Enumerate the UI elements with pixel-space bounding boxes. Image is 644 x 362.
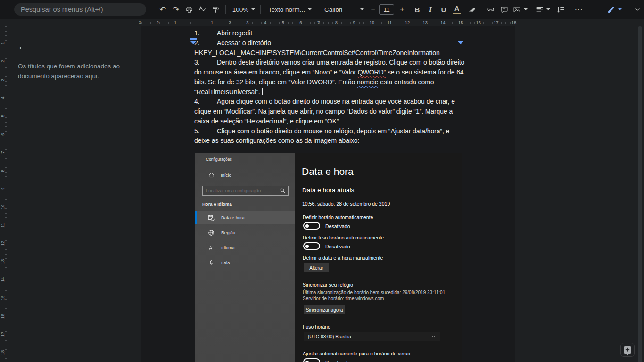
ruler-number: 2 <box>0 58 5 65</box>
list-number: 5. <box>194 126 217 136</box>
undo-icon[interactable]: ↶ <box>157 3 169 16</box>
doc-text-segment: Acessar o diretório <box>217 39 271 47</box>
ruler-number: 2 <box>157 20 159 25</box>
collapse-toolbar-icon[interactable] <box>632 3 643 16</box>
ruler-number: 16 <box>476 20 481 25</box>
doc-line: clique em “Modificar”. Na janela que abr… <box>194 107 464 116</box>
increase-font-size-button[interactable]: + <box>396 3 408 16</box>
settings-section-label: Hora e Idioma <box>202 201 232 206</box>
settings-nav-idioma[interactable]: Idioma <box>195 241 295 254</box>
ruler-number: 9 <box>0 185 5 192</box>
italic-button[interactable]: I <box>424 3 437 16</box>
spellcheck-icon[interactable] <box>196 3 208 16</box>
set-time-auto-toggle[interactable] <box>303 222 320 230</box>
style-value: Texto norm... <box>268 6 305 13</box>
chevron-down-icon <box>360 8 364 10</box>
selected-accent-bar <box>195 211 197 224</box>
vertical-ruler[interactable]: 123456789101112131415161718 <box>0 26 7 362</box>
doc-line: 4.Agora clique com o botão direito do mo… <box>194 97 464 107</box>
align-button[interactable] <box>534 3 552 16</box>
doc-text-segment: nomeie <box>357 78 378 86</box>
paragraph-style-select[interactable]: Texto norm... <box>265 3 315 16</box>
sync-now-button[interactable]: Sincronizar agora <box>304 305 345 314</box>
font-select[interactable]: Calibri <box>322 3 366 16</box>
insert-link-icon[interactable] <box>485 3 497 16</box>
ruler-number: 9 <box>353 20 355 25</box>
change-button[interactable]: Alterar <box>304 263 329 272</box>
embedded-settings-screenshot[interactable]: Configurações Início Hora e Idioma Data … <box>195 153 462 362</box>
ruler-number: 7 <box>317 20 320 25</box>
ruler-number: 5 <box>0 113 5 120</box>
underline-button[interactable]: U <box>438 3 450 16</box>
ruler-number: 15 <box>0 295 5 302</box>
doc-line: 1.Abrir regedit <box>194 28 464 38</box>
document-page[interactable]: 1.Abrir regedit2.Acessar o diretórioHKEY… <box>141 25 515 362</box>
ruler-number: 1 <box>174 20 176 25</box>
ruler-number: 1 <box>211 20 213 25</box>
outline-pane: ← Os títulos que forem adicionados ao do… <box>7 26 141 362</box>
highlight-color-icon[interactable] <box>466 3 478 16</box>
explore-button[interactable] <box>620 343 635 357</box>
settings-nav-label: Idioma <box>221 245 235 250</box>
decrease-font-size-button[interactable]: − <box>367 3 379 16</box>
chevron-down-icon <box>618 8 622 10</box>
line-spacing-icon[interactable] <box>554 3 567 16</box>
set-time-auto-label: Definir horário automaticamente <box>303 214 373 220</box>
menu-search-input[interactable] <box>14 3 146 16</box>
doc-text-segment: Clique com o botão direito do mouse no r… <box>217 127 449 135</box>
doc-line: do mouse na área em branco, clique em “N… <box>194 67 464 77</box>
first-line-indent-marker[interactable] <box>190 38 197 40</box>
horizontal-ruler[interactable]: 321123456789101112131415161718 <box>0 19 644 26</box>
set-tz-auto-toggle[interactable] <box>303 242 320 250</box>
ruler-number: 5 <box>282 20 284 25</box>
text-color-button[interactable]: A <box>451 3 463 16</box>
more-toolbar-button[interactable]: ⋯ <box>572 3 585 16</box>
bold-button[interactable]: B <box>411 3 423 16</box>
editing-mode-button[interactable] <box>603 3 625 16</box>
list-number: 3. <box>194 58 217 67</box>
dst-toggle[interactable] <box>303 358 320 362</box>
ruler-number: 17 <box>0 331 5 338</box>
ruler-number: 10 <box>0 204 5 211</box>
paint-format-icon[interactable] <box>209 3 222 16</box>
region-icon <box>208 230 215 236</box>
settings-window-title: Configurações <box>206 157 232 162</box>
ruler-number: 13 <box>422 20 428 25</box>
ruler-number: 4 <box>264 20 266 25</box>
close-outline-button[interactable]: ← <box>14 38 31 55</box>
print-icon[interactable] <box>183 3 195 16</box>
document-text[interactable]: 1.Abrir regedit2.Acessar o diretórioHKEY… <box>194 28 464 146</box>
ruler-number: 6 <box>299 20 302 25</box>
doc-text-segment: “RealTimeIsUniversal”. <box>194 88 262 96</box>
settings-page-title: Data e hora <box>302 166 354 177</box>
settings-nav-fala[interactable]: Fala <box>195 256 295 269</box>
settings-search-box[interactable] <box>202 186 289 196</box>
vertical-scrollbar[interactable] <box>638 26 642 362</box>
settings-nav-home[interactable]: Início <box>208 172 231 178</box>
right-indent-marker[interactable] <box>457 41 464 44</box>
timezone-label: Fuso horário <box>303 324 330 329</box>
toolbar: ↶ ↷ 100% Texto norm... Calibri − 11 + B … <box>0 0 644 19</box>
settings-main-panel: Data e hora Data e hora atuais 10:56, sá… <box>295 153 462 362</box>
doc-text-segment: QWORD” <box>358 68 386 76</box>
add-comment-icon[interactable] <box>498 3 510 16</box>
settings-home-label: Início <box>221 173 231 178</box>
ruler-number: 6 <box>0 131 5 138</box>
settings-nav-regi-o[interactable]: Região <box>195 226 295 239</box>
doc-line: bits. Se for de 32 bits, clique em “Valo… <box>194 77 464 87</box>
left-indent-marker[interactable] <box>190 41 197 44</box>
zoom-select[interactable]: 100% <box>229 3 258 16</box>
doc-text-segment: Dentro deste diretório vamos criar uma e… <box>217 58 464 66</box>
list-number: 4. <box>194 97 217 107</box>
settings-nav-label: Região <box>221 230 235 235</box>
ruler-number: 10 <box>369 20 374 25</box>
settings-search-input[interactable] <box>203 186 278 195</box>
font-size-input[interactable]: 11 <box>379 4 394 15</box>
ruler-number: 12 <box>0 240 5 247</box>
redo-icon[interactable]: ↷ <box>170 3 182 16</box>
settings-nav-data-e-hora[interactable]: Data e hora <box>195 211 295 224</box>
insert-image-button[interactable] <box>511 3 529 16</box>
ruler-number: 11 <box>387 20 392 25</box>
timezone-select[interactable]: (UTC-03:00) Brasília <box>304 332 440 341</box>
text-color-glyph: A <box>454 5 459 12</box>
